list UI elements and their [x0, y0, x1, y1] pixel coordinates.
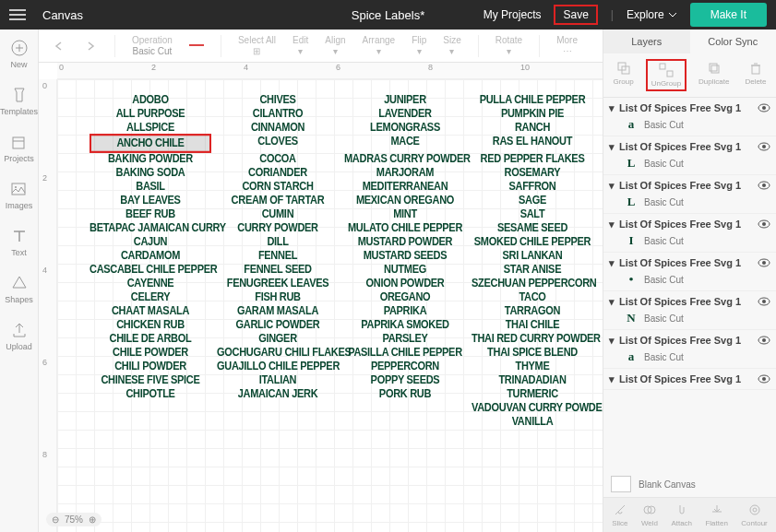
layer-glyph: L	[626, 195, 637, 209]
shapes-icon	[10, 274, 29, 292]
visibility-icon[interactable]	[758, 140, 770, 153]
tab-color-sync[interactable]: Color Sync	[690, 30, 777, 53]
spice-label[interactable]: Vanilla	[472, 414, 593, 430]
caret-down-icon[interactable]: ▾	[609, 335, 615, 347]
make-it-button[interactable]: Make It	[690, 3, 767, 27]
layer-row[interactable]: ▾List Of Spices Free Svg 1LBasic Cut	[603, 136, 776, 175]
flip-menu[interactable]: Flip▾	[412, 35, 426, 56]
layer-row[interactable]: ▾List Of Spices Free Svg 1LBasic Cut	[603, 175, 776, 214]
align-menu[interactable]: Align▾	[325, 35, 345, 56]
ungroup-button[interactable]: UnGroup	[646, 59, 686, 91]
svg-point-3	[15, 186, 17, 188]
top-divider: |	[611, 8, 614, 21]
visibility-icon[interactable]	[758, 295, 770, 308]
projects-icon	[9, 133, 28, 151]
spice-label[interactable]	[217, 414, 339, 430]
svg-point-30	[750, 505, 759, 514]
layer-row[interactable]: ▾List Of Spices Free Svg 1aBasic Cut	[603, 98, 776, 136]
flatten-button[interactable]: Flatten	[705, 502, 727, 527]
rail-new[interactable]: New	[10, 39, 29, 69]
spice-label[interactable]	[344, 414, 466, 430]
visibility-icon[interactable]	[758, 256, 770, 269]
zoom-control[interactable]: ⊖ 75% ⊕	[46, 513, 101, 526]
rail-shapes[interactable]: Shapes	[5, 274, 33, 304]
caret-down-icon[interactable]: ▾	[609, 373, 615, 385]
document-title: Spice Labels*	[352, 8, 425, 22]
layer-row[interactable]: ▾List Of Spices Free Svg 1aBasic Cut	[603, 330, 776, 369]
svg-rect-9	[710, 64, 717, 71]
svg-rect-1	[13, 137, 24, 148]
save-button[interactable]: Save	[554, 5, 597, 25]
spice-label[interactable]: Cloves	[217, 134, 339, 153]
layer-row[interactable]: ▾List Of Spices Free Svg 1	[603, 369, 776, 390]
more-menu[interactable]: More⋯	[556, 35, 578, 56]
brand: Canvas	[42, 8, 83, 22]
rail-templates[interactable]: Templates	[0, 86, 38, 116]
canvas-grid[interactable]: AdoboChivesJuniperPulla Chile PepperAll …	[57, 79, 603, 532]
menu-icon[interactable]	[9, 6, 31, 23]
my-projects-link[interactable]: My Projects	[484, 8, 542, 21]
caret-down-icon[interactable]: ▾	[609, 257, 615, 269]
zoom-in-icon[interactable]: ⊕	[89, 514, 96, 525]
toolbar: OperationBasic Cut Select All⊞ Edit▾ Ali…	[39, 30, 603, 63]
redo-icon[interactable]	[83, 39, 98, 53]
visibility-icon[interactable]	[758, 372, 770, 385]
svg-rect-8	[667, 71, 673, 77]
duplicate-button[interactable]: Duplicate	[695, 59, 733, 91]
arrange-menu[interactable]: Arrange▾	[363, 35, 396, 56]
weld-button[interactable]: Weld	[641, 502, 658, 527]
svg-rect-4	[189, 44, 204, 46]
spice-label[interactable]	[90, 414, 211, 430]
zoom-out-icon[interactable]: ⊖	[52, 514, 59, 525]
zoom-value: 75%	[65, 514, 83, 525]
spice-label[interactable]: Mace	[344, 134, 466, 153]
contour-button[interactable]: Contour	[741, 502, 767, 527]
layer-row[interactable]: ▾List Of Spices Free Svg 1IBasic Cut	[603, 214, 776, 253]
svg-point-21	[762, 261, 766, 265]
caret-down-icon[interactable]: ▾	[609, 102, 615, 114]
slice-button[interactable]: Slice	[612, 502, 627, 527]
delete-button[interactable]: Delete	[741, 59, 770, 91]
size-menu[interactable]: Size▾	[443, 35, 460, 56]
layer-glyph: I	[626, 233, 637, 248]
rail-upload[interactable]: Upload	[6, 321, 32, 351]
left-rail: NewTemplatesProjectsImagesTextShapesUplo…	[0, 30, 39, 532]
caret-down-icon[interactable]: ▾	[609, 180, 615, 192]
layer-row[interactable]: ▾List Of Spices Free Svg 1NBasic Cut	[603, 291, 776, 330]
blank-canvas-row[interactable]: Blank Canvas	[603, 471, 776, 497]
pen-icon[interactable]	[189, 44, 204, 47]
layer-glyph: N	[626, 311, 637, 325]
visibility-icon[interactable]	[758, 334, 770, 347]
svg-point-17	[762, 183, 766, 187]
tab-layers[interactable]: Layers	[603, 30, 690, 53]
caret-down-icon[interactable]: ▾	[609, 296, 615, 308]
operation-menu[interactable]: OperationBasic Cut	[132, 35, 173, 56]
caret-down-icon[interactable]: ▾	[609, 219, 615, 231]
visibility-icon[interactable]	[758, 179, 770, 192]
visibility-icon[interactable]	[758, 101, 770, 114]
spice-labels-group[interactable]: AdoboChivesJuniperPulla Chile PepperAll …	[90, 93, 593, 429]
layer-glyph: a	[626, 117, 637, 132]
rotate-menu[interactable]: Rotate▾	[495, 35, 522, 56]
ruler-vertical: 0246810	[39, 79, 57, 532]
layer-row[interactable]: ▾List Of Spices Free Svg 1•Basic Cut	[603, 253, 776, 291]
svg-point-31	[753, 508, 757, 512]
caret-down-icon[interactable]: ▾	[609, 141, 615, 153]
svg-point-13	[762, 106, 766, 110]
rail-images[interactable]: Images	[6, 180, 33, 210]
rail-text[interactable]: Text	[10, 227, 29, 257]
spice-label-selected[interactable]: Ancho Chile	[90, 134, 211, 153]
undo-icon[interactable]	[52, 39, 66, 53]
explore-menu[interactable]: Explore	[627, 8, 677, 21]
canvas-area[interactable]: 02468101214 0246810 AdoboChivesJuniperPu…	[39, 63, 603, 532]
select-all-button[interactable]: Select All⊞	[238, 35, 276, 56]
visibility-icon[interactable]	[758, 218, 770, 231]
edit-menu[interactable]: Edit▾	[292, 35, 308, 56]
svg-rect-10	[711, 65, 719, 73]
ruler-horizontal: 02468101214	[57, 63, 603, 79]
group-button[interactable]: Group	[609, 59, 637, 91]
layer-glyph: L	[626, 156, 637, 171]
rail-projects[interactable]: Projects	[4, 133, 34, 163]
spice-label[interactable]: Ras El Hanout	[472, 134, 593, 153]
attach-button[interactable]: Attach	[671, 502, 692, 527]
